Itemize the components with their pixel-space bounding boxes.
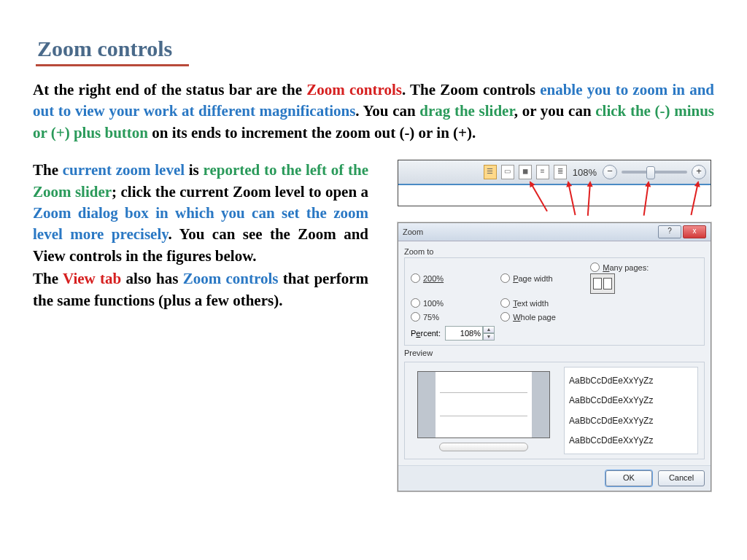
radio-text-width[interactable]: Text width — [500, 298, 590, 308]
dialog-title: Zoom — [403, 228, 657, 236]
text: The — [33, 161, 63, 179]
percent-label: Percent: — [411, 329, 441, 338]
zoom-slider-track[interactable] — [622, 171, 687, 174]
page-title: Zoom controls — [37, 36, 714, 61]
zoom-in-button[interactable]: + — [692, 165, 706, 179]
radio-many-pages[interactable]: Many pages: — [590, 262, 698, 272]
zoom-dialog: Zoom ? x Zoom to 200% Page width Many pa… — [398, 222, 711, 491]
text: The — [33, 270, 63, 287]
percent-input[interactable] — [445, 326, 483, 341]
status-bar: ☰ ▭ ◼ ≡ ≣ 108% − + — [398, 160, 711, 185]
view-web-layout-icon[interactable]: ◼ — [519, 165, 532, 179]
arrow-annotation — [530, 182, 548, 212]
title-rule — [36, 64, 189, 66]
view-outline-icon[interactable]: ≡ — [536, 165, 549, 179]
zoom-to-group: 200% Page width Many pages: 100% Text wi… — [404, 257, 705, 346]
percent-spinner[interactable]: ▲ ▼ — [445, 326, 495, 341]
text: is — [185, 161, 203, 179]
preview-sample-text: AaBbCcDdEeXxYyZz AaBbCcDdEeXxYyZz AaBbCc… — [564, 367, 698, 454]
detail-paragraph-2: The View tab also has Zoom controls that… — [33, 268, 368, 311]
text: ; click the current Zoom level to open a — [112, 183, 368, 201]
cancel-button[interactable]: Cancel — [658, 470, 705, 486]
term-zoom-controls: Zoom controls — [306, 81, 402, 98]
zoom-percent-label[interactable]: 108% — [571, 167, 598, 178]
text: on its ends to increment the zoom out (-… — [148, 124, 476, 141]
preview-group: AaBbCcDdEeXxYyZz AaBbCcDdEeXxYyZz AaBbCc… — [404, 362, 705, 459]
radio-page-width[interactable]: Page width — [500, 262, 590, 294]
term-view-tab: View tab — [63, 270, 121, 287]
sample-line: AaBbCcDdEeXxYyZz — [569, 416, 693, 426]
view-full-screen-icon[interactable]: ▭ — [501, 165, 514, 179]
radio-75[interactable]: 75% — [411, 312, 500, 322]
status-bar-figure: ☰ ▭ ◼ ≡ ≣ 108% − + — [398, 160, 711, 206]
phrase-drag-slider: drag the slider — [419, 102, 514, 120]
arrow-annotation — [690, 182, 699, 215]
text: . The Zoom controls — [402, 81, 540, 98]
radio-whole-page[interactable]: Whole page — [500, 312, 590, 322]
view-draft-icon[interactable]: ≣ — [554, 165, 567, 179]
radio-200[interactable]: 200% — [411, 262, 500, 294]
text: At the right end of the status bar are t… — [33, 81, 306, 98]
text: also has — [121, 270, 182, 287]
phrase-current-zoom: current zoom level — [63, 161, 185, 179]
spin-up-icon[interactable]: ▲ — [483, 326, 495, 333]
zoom-to-label: Zoom to — [404, 247, 705, 256]
text: . You can — [355, 102, 419, 120]
arrow-annotation — [568, 182, 576, 215]
sample-line: AaBbCcDdEeXxYyZz — [569, 395, 693, 405]
spin-down-icon[interactable]: ▼ — [483, 333, 495, 341]
arrow-annotation — [643, 182, 649, 216]
sample-line: AaBbCcDdEeXxYyZz — [569, 435, 693, 446]
dialog-close-button[interactable]: x — [683, 225, 706, 238]
intro-paragraph: At the right end of the status bar are t… — [33, 79, 714, 144]
dialog-titlebar: Zoom ? x — [398, 223, 711, 241]
term-zoom-controls-2: Zoom controls — [183, 270, 279, 287]
zoom-slider-thumb[interactable] — [646, 166, 655, 179]
sample-line: AaBbCcDdEeXxYyZz — [569, 376, 693, 386]
detail-paragraph-1: The current zoom level is reported to th… — [33, 160, 368, 267]
many-pages-icon[interactable] — [590, 273, 615, 294]
view-print-layout-icon[interactable]: ☰ — [484, 165, 497, 179]
ok-button[interactable]: OK — [605, 470, 652, 486]
zoom-out-button[interactable]: − — [603, 165, 617, 179]
preview-monitor-icon — [411, 367, 557, 454]
text: , or you can — [514, 102, 595, 120]
dialog-help-button[interactable]: ? — [658, 225, 681, 238]
preview-label: Preview — [404, 349, 705, 357]
radio-100[interactable]: 100% — [411, 298, 500, 308]
arrow-annotation — [587, 182, 591, 216]
